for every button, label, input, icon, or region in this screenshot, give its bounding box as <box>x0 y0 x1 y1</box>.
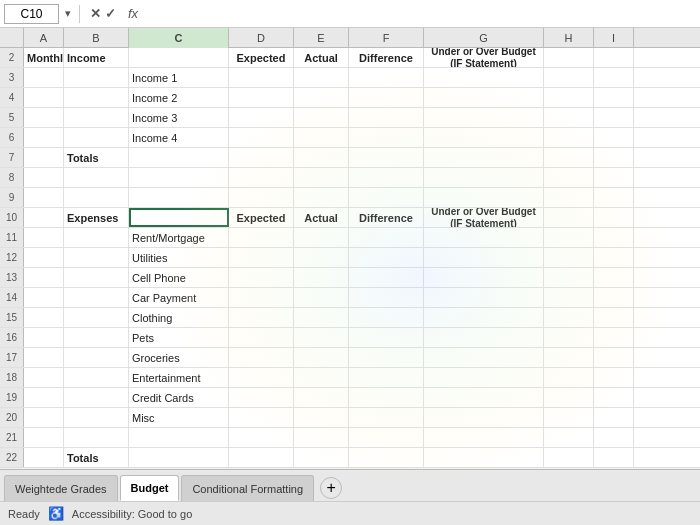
cell[interactable] <box>544 228 594 247</box>
cell[interactable] <box>594 248 634 267</box>
sheet-tab-budget[interactable]: Budget <box>120 475 180 501</box>
cell[interactable] <box>229 308 294 327</box>
cell[interactable] <box>129 168 229 187</box>
cell[interactable] <box>544 328 594 347</box>
cell[interactable] <box>594 368 634 387</box>
cell[interactable]: Cell Phone <box>129 268 229 287</box>
cell[interactable] <box>24 88 64 107</box>
cell[interactable] <box>424 68 544 87</box>
cell[interactable] <box>424 428 544 447</box>
cell[interactable] <box>229 388 294 407</box>
cell[interactable]: Actual <box>294 208 349 227</box>
cell[interactable] <box>424 88 544 107</box>
cell[interactable]: Expenses <box>64 208 129 227</box>
cell[interactable] <box>594 348 634 367</box>
cell[interactable] <box>349 168 424 187</box>
cell[interactable] <box>424 148 544 167</box>
cell[interactable]: Groceries <box>129 348 229 367</box>
cell[interactable]: Clothing <box>129 308 229 327</box>
cell[interactable] <box>544 308 594 327</box>
cell[interactable] <box>594 208 634 227</box>
dropdown-arrow[interactable]: ▾ <box>63 7 73 20</box>
cell[interactable] <box>294 168 349 187</box>
cell[interactable]: Income 2 <box>129 88 229 107</box>
cell[interactable]: Expected <box>229 208 294 227</box>
cell-reference-box[interactable]: C10 <box>4 4 59 24</box>
cell[interactable] <box>544 188 594 207</box>
cell[interactable] <box>64 268 129 287</box>
cell[interactable] <box>229 448 294 467</box>
cell[interactable] <box>424 228 544 247</box>
cell[interactable] <box>64 408 129 427</box>
cell[interactable] <box>24 428 64 447</box>
cell[interactable] <box>229 228 294 247</box>
cell[interactable] <box>424 448 544 467</box>
cell[interactable] <box>424 268 544 287</box>
cancel-icon[interactable]: ✕ <box>90 6 101 21</box>
cell[interactable] <box>24 128 64 147</box>
cell[interactable] <box>424 128 544 147</box>
cell[interactable] <box>229 268 294 287</box>
cell[interactable] <box>24 388 64 407</box>
confirm-icon[interactable]: ✓ <box>105 6 116 21</box>
cell[interactable] <box>24 288 64 307</box>
cell[interactable] <box>24 148 64 167</box>
cell[interactable] <box>64 388 129 407</box>
cell[interactable] <box>594 88 634 107</box>
cell[interactable] <box>594 228 634 247</box>
cell[interactable] <box>24 188 64 207</box>
cell[interactable] <box>129 448 229 467</box>
cell[interactable]: Car Payment <box>129 288 229 307</box>
cell[interactable] <box>349 408 424 427</box>
cell[interactable] <box>544 248 594 267</box>
cell[interactable] <box>424 308 544 327</box>
cell[interactable] <box>64 88 129 107</box>
cell[interactable] <box>544 408 594 427</box>
cell[interactable] <box>349 328 424 347</box>
col-header-e[interactable]: E <box>294 28 349 48</box>
cell[interactable] <box>594 308 634 327</box>
cell[interactable] <box>294 428 349 447</box>
cell[interactable] <box>229 428 294 447</box>
cell[interactable] <box>24 328 64 347</box>
cell[interactable] <box>24 408 64 427</box>
cell[interactable] <box>229 68 294 87</box>
cell[interactable] <box>229 168 294 187</box>
col-header-f[interactable]: F <box>349 28 424 48</box>
cell[interactable] <box>129 148 229 167</box>
cell[interactable] <box>294 108 349 127</box>
cell[interactable] <box>544 108 594 127</box>
cell[interactable] <box>594 108 634 127</box>
cell[interactable]: Credit Cards <box>129 388 229 407</box>
cell[interactable] <box>229 288 294 307</box>
col-header-h[interactable]: H <box>544 28 594 48</box>
cell[interactable] <box>349 228 424 247</box>
cell[interactable] <box>424 248 544 267</box>
col-header-i[interactable]: I <box>594 28 634 48</box>
cell[interactable] <box>349 88 424 107</box>
cell[interactable] <box>294 408 349 427</box>
cell[interactable] <box>294 268 349 287</box>
cell[interactable] <box>294 388 349 407</box>
cell[interactable] <box>424 408 544 427</box>
cell[interactable] <box>294 188 349 207</box>
col-header-g[interactable]: G <box>424 28 544 48</box>
cell[interactable] <box>544 68 594 87</box>
cell[interactable]: Income 1 <box>129 68 229 87</box>
cell[interactable] <box>294 228 349 247</box>
cell[interactable] <box>544 48 594 67</box>
cell[interactable]: Difference <box>349 208 424 227</box>
cell[interactable] <box>349 348 424 367</box>
cell[interactable] <box>294 68 349 87</box>
sheet-tab-conditional-formatting[interactable]: Conditional Formatting <box>181 475 314 501</box>
cell[interactable] <box>64 248 129 267</box>
cell[interactable] <box>64 308 129 327</box>
cell[interactable] <box>24 348 64 367</box>
cell[interactable] <box>129 48 229 67</box>
cell[interactable] <box>24 228 64 247</box>
cell[interactable]: Totals <box>64 448 129 467</box>
cell[interactable] <box>64 228 129 247</box>
cell[interactable] <box>349 68 424 87</box>
cell[interactable] <box>544 388 594 407</box>
cell[interactable] <box>294 308 349 327</box>
